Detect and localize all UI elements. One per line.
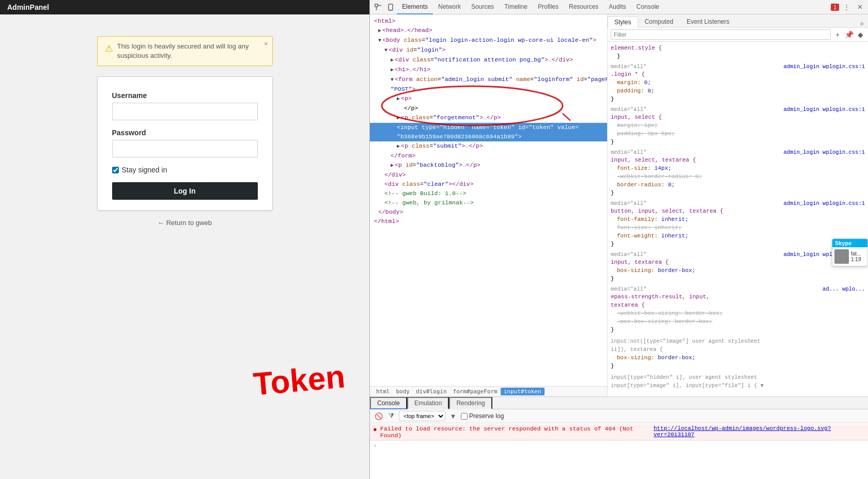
styles-panel: Styles Computed Event Listeners » + 📌 ◆ … — [608, 14, 868, 396]
breadcrumb-body[interactable]: body — [393, 388, 413, 395]
tree-line[interactable]: <form action="admin_login submit" name="… — [370, 75, 607, 85]
preserve-log-checkbox-row: Preserve log — [461, 412, 504, 420]
devtools-main: <html> <head>…</head> <body class="login… — [370, 14, 868, 396]
console-toolbar: 🚫 ⧩ <top frame> ▼ Preserve log — [370, 409, 868, 423]
tree-line[interactable]: </p> — [370, 104, 607, 113]
alert-text: This login is heavily secured and will l… — [117, 42, 265, 60]
breadcrumb-inputtoken[interactable]: input#token — [501, 388, 545, 395]
styles-toolbar: + 📌 ◆ — [608, 28, 868, 42]
skype-header: Skype — [832, 239, 867, 247]
tree-line[interactable]: <p class="submit">…</p> — [370, 141, 607, 151]
warning-icon: ⚠ — [105, 43, 113, 54]
tab-profiles[interactable]: Profiles — [533, 0, 564, 14]
alert-close-button[interactable]: × — [264, 40, 268, 47]
console-tab-emulation[interactable]: Emulation — [407, 397, 449, 409]
password-label: Password — [112, 129, 258, 137]
admin-panel-title: AdminPanel — [0, 0, 369, 14]
color-picker-btn[interactable]: ◆ — [856, 30, 865, 39]
pin-style-btn[interactable]: 📌 — [844, 30, 854, 39]
tree-line[interactable]: <p> — [370, 94, 607, 104]
console-tab-rendering[interactable]: Rendering — [449, 397, 492, 409]
tree-line[interactable]: <p id="backtoblog">…</p> — [370, 161, 607, 170]
breadcrumb-divlogin[interactable]: div#login — [413, 388, 450, 395]
tab-network[interactable]: Network — [433, 0, 466, 14]
tab-sources[interactable]: Sources — [466, 0, 499, 14]
error-badge: 1 — [831, 4, 839, 11]
add-style-btn[interactable]: + — [833, 30, 842, 39]
styles-tabs: Styles Computed Event Listeners » — [608, 14, 868, 28]
tree-line[interactable]: "POST"> — [370, 85, 607, 94]
tree-line[interactable]: <p class="forgetmenot">…</p> — [370, 113, 607, 123]
tree-line[interactable]: <div class="clear"></div> — [370, 180, 607, 189]
stay-signed-checkbox[interactable] — [112, 167, 119, 173]
styles-more-icon[interactable]: » — [860, 19, 868, 27]
devtools-topbar: Elements Network Sources Timeline Profil… — [370, 0, 868, 14]
style-rule: media="all" ad... wplo... #pass-strength… — [611, 286, 865, 334]
console-area: Console Emulation Rendering 🚫 ⧩ <top fra… — [370, 396, 868, 479]
console-filter-btn[interactable]: ⧩ — [386, 411, 396, 421]
tree-line[interactable]: <div id="login"> — [370, 45, 607, 55]
tree-line[interactable]: </form> — [370, 151, 607, 161]
console-error-text: Failed to load resource: the server resp… — [380, 425, 649, 439]
styles-tab-event-listeners[interactable]: Event Listeners — [680, 16, 736, 27]
devtools-settings-icon[interactable]: ⋮ — [840, 1, 853, 13]
tab-console[interactable]: Console — [631, 0, 664, 14]
skype-body: fat... 1:19 — [832, 247, 867, 266]
skype-username: fat... — [851, 251, 861, 257]
style-rule: media="all" admin_login wplogin.css:1 bu… — [611, 200, 865, 248]
tree-line[interactable]: </body> — [370, 207, 607, 217]
style-rule: element.style { } — [611, 44, 865, 60]
username-group: Username — [112, 91, 258, 120]
devtools-panel: Elements Network Sources Timeline Profil… — [369, 0, 868, 479]
devtools-close-icon[interactable]: ✕ — [854, 1, 866, 13]
error-icon: ● — [373, 426, 377, 434]
styles-filter-input[interactable] — [611, 29, 831, 40]
breadcrumb-bar: html body div#login form#pageForm input#… — [370, 386, 607, 396]
preserve-log-checkbox[interactable] — [461, 413, 468, 420]
tree-line[interactable]: <html> — [370, 17, 607, 26]
frame-select[interactable]: <top frame> — [399, 411, 445, 421]
tree-line-selected[interactable]: <input type="hidden" name="token" id="to… — [370, 123, 607, 132]
html-tree[interactable]: <html> <head>…</head> <body class="login… — [370, 14, 607, 386]
tree-line[interactable]: <h1>…</h1> — [370, 65, 607, 75]
svg-rect-0 — [375, 4, 378, 7]
device-mode-icon[interactable] — [384, 1, 397, 13]
username-input[interactable] — [112, 103, 258, 120]
tree-line[interactable]: <head>…</head> — [370, 26, 607, 36]
style-rule: media="all" admin_login wplogin.css:1 in… — [611, 251, 865, 283]
console-tab-console[interactable]: Console — [370, 397, 407, 409]
console-clear-btn[interactable]: 🚫 — [374, 411, 383, 421]
tree-line[interactable]: </div> — [370, 170, 607, 180]
console-dropdown-btn[interactable]: ▼ — [448, 411, 458, 421]
token-annotation: Token — [252, 360, 347, 400]
tab-elements[interactable]: Elements — [397, 0, 433, 14]
login-form-box: Username Password Stay signed in Log In — [97, 76, 273, 211]
breadcrumb-formpageform[interactable]: form#pageForm — [450, 388, 501, 395]
console-chevron-icon: › — [373, 442, 377, 450]
style-rule: media="all" admin_login wplogin.css:1 .l… — [611, 63, 865, 103]
tree-line[interactable]: <!-- gweb, by grilmnak--> — [370, 198, 607, 207]
wp-page-content: ⚠ This login is heavily secured and will… — [0, 36, 369, 227]
password-input[interactable] — [112, 140, 258, 157]
tab-audits[interactable]: Audits — [603, 0, 631, 14]
username-label: Username — [112, 91, 258, 100]
console-prompt[interactable]: › — [370, 440, 868, 451]
tab-timeline[interactable]: Timeline — [499, 0, 533, 14]
console-messages: ● Failed to load resource: the server re… — [370, 423, 868, 479]
styles-tab-computed[interactable]: Computed — [638, 16, 680, 27]
tree-line-selected-2[interactable]: "b368e9b159ae780d8236008c694a1b89"> — [370, 132, 607, 141]
console-tabs: Console Emulation Rendering — [370, 397, 868, 409]
inspect-element-icon[interactable] — [372, 1, 384, 13]
styles-tab-styles[interactable]: Styles — [608, 17, 638, 28]
return-anchor[interactable]: ← Return to gweb — [158, 219, 212, 227]
breadcrumb-html[interactable]: html — [373, 388, 393, 395]
tree-line[interactable]: <div class="notification attention png_b… — [370, 55, 607, 65]
login-button[interactable]: Log In — [112, 182, 258, 200]
tree-line[interactable]: </html> — [370, 217, 607, 226]
elements-panel: <html> <head>…</head> <body class="login… — [370, 14, 608, 396]
tree-line[interactable]: <body class="login login-action-login wp… — [370, 36, 607, 45]
return-link[interactable]: ← Return to gweb — [158, 219, 212, 227]
tab-resources[interactable]: Resources — [564, 0, 603, 14]
console-error-link[interactable]: http://localhost/wp-admin/images/wordpre… — [654, 425, 865, 438]
tree-line[interactable]: <!-- gweb Build: 1.0--> — [370, 189, 607, 198]
